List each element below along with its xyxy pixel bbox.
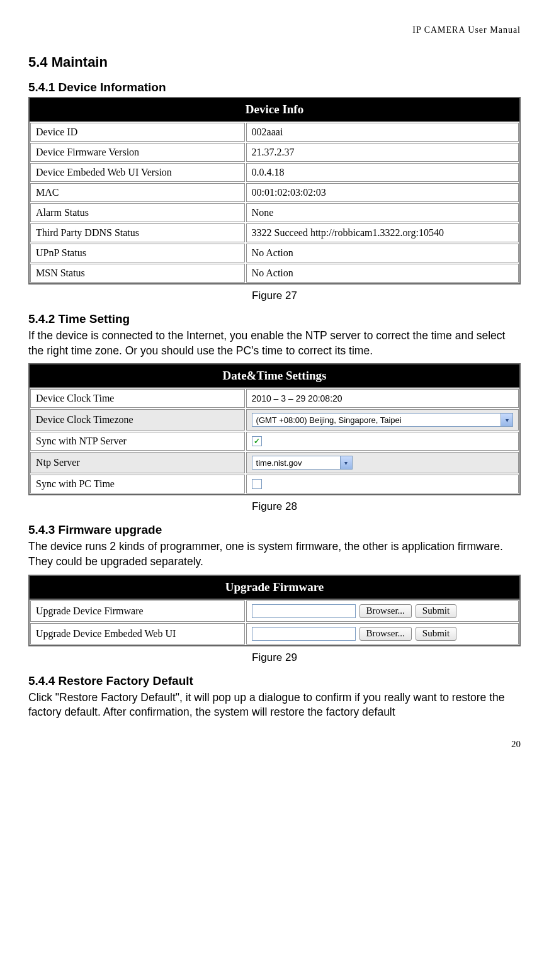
device-info-panel: Device Info Device ID 002aaai Device Fir… [28, 97, 521, 284]
timezone-select[interactable]: (GMT +08:00) Beijing, Singapore, Taipei … [252, 413, 513, 427]
heading-5-4-4: 5.4.4 Restore Factory Default [28, 674, 521, 688]
chevron-down-icon: ▾ [340, 456, 352, 469]
device-info-title: Device Info [30, 98, 519, 122]
upnp-status-value: No Action [246, 244, 519, 262]
heading-5-4-2: 5.4.2 Time Setting [28, 312, 521, 326]
upgrade-webui-submit-button[interactable]: Submit [416, 627, 456, 641]
table-row: Device ID 002aaai [30, 122, 519, 142]
pc-sync-cell [246, 475, 519, 493]
msn-status-value: No Action [246, 264, 519, 283]
upgrade-fw-label: Upgrade Device Firmware [30, 600, 245, 622]
running-header: IP CAMERA User Manual [28, 25, 521, 35]
msn-status-label: MSN Status [30, 264, 245, 283]
webui-version-value: 0.0.4.18 [246, 163, 519, 182]
fw-version-label: Device Firmware Version [30, 143, 245, 162]
mac-value: 00:01:02:03:02:03 [246, 183, 519, 202]
clock-time-label: Device Clock Time [30, 389, 245, 408]
time-setting-paragraph: If the device is connected to the Intern… [28, 329, 521, 358]
upgrade-fw-file-input[interactable] [252, 604, 356, 618]
ddns-status-value: 3322 Succeed http://robbicam1.3322.org:1… [246, 223, 519, 242]
upnp-status-label: UPnP Status [30, 244, 245, 262]
upgrade-title: Upgrade Firmware [30, 576, 519, 600]
upgrade-panel: Upgrade Firmware Upgrade Device Firmware… [28, 575, 521, 646]
heading-5-4-3: 5.4.3 Firmware upgrade [28, 523, 521, 537]
timezone-select-value: (GMT +08:00) Beijing, Singapore, Taipei [256, 415, 402, 425]
upgrade-fw-cell: Browser... Submit [246, 600, 519, 622]
ntp-sync-cell: ✓ [246, 432, 519, 451]
timezone-label: Device Clock Timezone [30, 409, 245, 431]
ntp-sync-label: Sync with NTP Server [30, 432, 245, 451]
table-row: UPnP Status No Action [30, 243, 519, 263]
clock-time-value: 2010 – 3 – 29 20:08:20 [246, 389, 519, 408]
table-row: Device Embeded Web UI Version 0.0.4.18 [30, 162, 519, 183]
upgrade-webui-browse-button[interactable]: Browser... [359, 627, 412, 641]
device-id-value: 002aaai [246, 123, 519, 142]
chevron-down-icon: ▾ [501, 414, 512, 426]
table-row: Upgrade Device Firmware Browser... Submi… [30, 600, 519, 622]
figure-27-caption: Figure 27 [28, 290, 521, 302]
mac-label: MAC [30, 183, 245, 202]
device-id-label: Device ID [30, 123, 245, 142]
page-number: 20 [28, 739, 521, 750]
alarm-status-label: Alarm Status [30, 203, 245, 222]
table-row: MSN Status No Action [30, 263, 519, 283]
table-row: MAC 00:01:02:03:02:03 [30, 183, 519, 203]
upgrade-webui-label: Upgrade Device Embeded Web UI [30, 623, 245, 645]
table-row: Upgrade Device Embeded Web UI Browser...… [30, 622, 519, 645]
webui-version-label: Device Embeded Web UI Version [30, 163, 245, 182]
upgrade-fw-browse-button[interactable]: Browser... [359, 604, 412, 618]
datetime-panel: Date&Time Settings Device Clock Time 201… [28, 363, 521, 495]
ntp-sync-checkbox[interactable]: ✓ [252, 436, 262, 446]
table-row: Device Firmware Version 21.37.2.37 [30, 142, 519, 162]
table-row: Alarm Status None [30, 203, 519, 223]
datetime-title: Date&Time Settings [30, 364, 519, 388]
fw-version-value: 21.37.2.37 [246, 143, 519, 162]
ntp-server-select[interactable]: time.nist.gov ▾ [252, 456, 353, 470]
timezone-cell: (GMT +08:00) Beijing, Singapore, Taipei … [246, 409, 519, 431]
ntp-server-value: time.nist.gov [256, 458, 302, 468]
firmware-upgrade-paragraph: The device runs 2 kinds of programmer, o… [28, 539, 521, 569]
restore-paragraph: Click "Restore Factory Default", it will… [28, 690, 521, 720]
pc-sync-label: Sync with PC Time [30, 475, 245, 493]
table-row: Device Clock Time 2010 – 3 – 29 20:08:20 [30, 388, 519, 408]
heading-5-4-1: 5.4.1 Device Information [28, 81, 521, 94]
upgrade-webui-file-input[interactable] [252, 627, 356, 641]
upgrade-webui-cell: Browser... Submit [246, 623, 519, 645]
table-row: Third Party DDNS Status 3322 Succeed htt… [30, 223, 519, 243]
upgrade-fw-submit-button[interactable]: Submit [416, 604, 456, 618]
figure-29-caption: Figure 29 [28, 651, 521, 664]
table-row: Sync with PC Time [30, 474, 519, 494]
table-row: Sync with NTP Server ✓ [30, 431, 519, 451]
pc-sync-checkbox[interactable] [252, 479, 262, 489]
ntp-server-cell: time.nist.gov ▾ [246, 452, 519, 473]
alarm-status-value: None [246, 203, 519, 222]
heading-5-4: 5.4 Maintain [28, 54, 521, 70]
table-row: Device Clock Timezone (GMT +08:00) Beiji… [30, 408, 519, 431]
figure-28-caption: Figure 28 [28, 500, 521, 513]
table-row: Ntp Server time.nist.gov ▾ [30, 451, 519, 474]
ddns-status-label: Third Party DDNS Status [30, 223, 245, 242]
ntp-server-label: Ntp Server [30, 452, 245, 473]
